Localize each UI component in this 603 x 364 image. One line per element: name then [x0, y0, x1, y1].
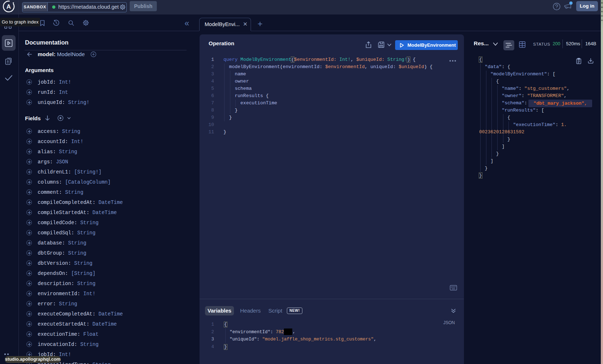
- svg-text:A: A: [7, 3, 11, 10]
